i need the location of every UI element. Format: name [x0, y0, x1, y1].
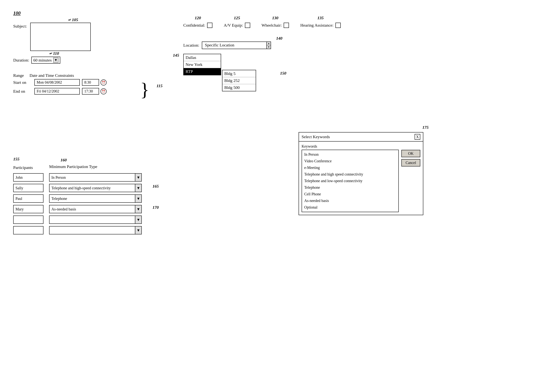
participant-type-1[interactable]	[49, 184, 135, 192]
participant-type-wrap-4: ▼	[49, 216, 142, 224]
start-clock-icon[interactable]: ⏰	[100, 79, 107, 85]
city-list-panel: 145 Dallas New York RTP	[183, 54, 221, 75]
keyword-cell-phone[interactable]: Cell Phone	[302, 191, 398, 197]
dialog-cancel-button[interactable]: Cancel	[401, 159, 420, 166]
building-list[interactable]: Bldg 5 Bldg 252 Bldg 500	[222, 70, 256, 91]
keyword-in-person[interactable]: In Person	[302, 151, 398, 158]
select-keywords-dialog: 175 Select Keywords X Keywords In Person…	[299, 132, 423, 215]
range-section: Range Date and Time Constraints Start on…	[13, 73, 119, 95]
keyword-optional[interactable]: Optional	[302, 204, 398, 211]
participant-name-4[interactable]	[13, 216, 43, 224]
duration-value: 60 minutes	[33, 58, 52, 63]
participant-type-wrap-3: ▼ 170	[49, 205, 142, 213]
keyword-tel-high[interactable]: Telephone and high speed connectivity	[302, 171, 398, 178]
participant-dropdown-3[interactable]: ▼	[135, 205, 142, 213]
ref-145: 145	[173, 53, 179, 58]
ref-155: 155	[13, 157, 19, 162]
dialog-body: Keywords In Person Video Conference e-Me…	[299, 142, 423, 215]
city-list[interactable]: Dallas New York RTP	[183, 54, 221, 75]
ref-105: ↵ 105	[68, 17, 78, 22]
participant-dropdown-1[interactable]: ▼	[135, 184, 142, 192]
date-constraints-label: Date and Time Constraints	[30, 73, 74, 78]
location-spinner[interactable]: ▲ ▼	[266, 42, 271, 49]
main-ref-label: 100	[13, 10, 21, 16]
dialog-titlebar: Select Keywords X	[299, 133, 423, 142]
dialog-close-button[interactable]: X	[415, 134, 420, 140]
ref-130: 130	[272, 15, 278, 20]
range-label: Range	[13, 73, 24, 78]
dialog-buttons: OK Cancel	[401, 144, 420, 212]
participant-type-wrap-5: ▼	[49, 226, 142, 234]
dialog-ok-button[interactable]: OK	[401, 150, 420, 157]
participant-name-1[interactable]	[13, 184, 43, 192]
start-time-wrap: ⏰	[82, 79, 107, 86]
hearing-label: Hearing Assistance:	[300, 23, 333, 28]
ref-150: 150	[280, 71, 286, 76]
participant-name-5[interactable]	[13, 226, 43, 234]
duration-row: Duration: 60 minutes ▼ ↵ 110	[13, 57, 119, 64]
participant-type-4[interactable]	[49, 216, 135, 224]
duration-dropdown-arrow[interactable]: ▼	[53, 58, 59, 63]
building-list-panel: 150 Bldg 5 Bldg 252 Bldg 500	[222, 70, 256, 91]
city-item-rtp[interactable]: RTP	[184, 68, 221, 75]
dialog-title: Select Keywords	[302, 134, 330, 139]
wheelchair-checkbox[interactable]	[284, 23, 289, 28]
ref-110: ↵ 110	[49, 51, 59, 56]
start-label: Start on	[13, 80, 32, 85]
keyword-as-needed[interactable]: As-needed basis	[302, 197, 398, 204]
participant-name-3[interactable]	[13, 205, 43, 213]
col-header-min-type: 160 Minimum Participation Type	[49, 164, 142, 169]
ref-170: 170	[153, 205, 159, 210]
participant-type-wrap-1: ▼ 165	[49, 184, 142, 192]
subject-label: Subject:	[13, 24, 27, 29]
ref-125: 125	[234, 15, 240, 20]
participant-name-2[interactable]	[13, 194, 43, 203]
keyword-e-meeting[interactable]: e-Meeting	[302, 164, 398, 171]
participant-type-5[interactable]	[49, 226, 135, 234]
participant-dropdown-0[interactable]: ▼	[135, 173, 142, 181]
participant-name-0[interactable]	[13, 173, 43, 181]
bldg-item-252[interactable]: Bldg 252	[223, 77, 256, 84]
brace-115: }	[140, 80, 149, 99]
av-equip-group: 125 A/V Equip:	[224, 23, 250, 28]
end-time-input[interactable]	[82, 88, 99, 95]
participant-dropdown-4[interactable]: ▼	[135, 216, 142, 224]
subject-input[interactable]	[30, 23, 91, 51]
participant-dropdown-2[interactable]: ▼	[135, 194, 142, 203]
duration-label: Duration:	[13, 58, 29, 63]
confidential-checkbox[interactable]	[207, 23, 212, 28]
duration-select[interactable]: 60 minutes ▼	[31, 57, 60, 64]
spinner-up-icon[interactable]: ▲	[267, 42, 271, 45]
ref-140: 140	[276, 36, 282, 41]
hearing-checkbox[interactable]	[335, 23, 341, 28]
participant-type-3[interactable]	[49, 205, 135, 213]
end-clock-icon[interactable]: ⏰	[100, 88, 107, 94]
wheelchair-label: Wheelchair:	[261, 23, 282, 28]
bldg-item-5[interactable]: Bldg 5	[223, 70, 256, 77]
keyword-telephone[interactable]: Telephone	[302, 184, 398, 191]
keywords-panel: Keywords In Person Video Conference e-Me…	[302, 144, 399, 212]
city-item-newyork[interactable]: New York	[184, 61, 221, 68]
participant-type-0[interactable]	[49, 173, 135, 181]
participants-panel: 155 Participants 160 Minimum Participati…	[13, 164, 142, 234]
start-date-input[interactable]: Mon 04/08/2002	[34, 79, 80, 86]
confidential-label: Confidential:	[183, 23, 205, 28]
participant-type-wrap-2: ▼	[49, 194, 142, 203]
start-time-input[interactable]	[82, 79, 99, 86]
subject-row: Subject: ↵ 105	[13, 23, 119, 51]
ref-175: 175	[422, 125, 429, 130]
participant-type-2[interactable]	[49, 194, 135, 203]
keyword-tel-low[interactable]: Telephone and low-speed connectivity	[302, 178, 398, 184]
ref-165: 165	[153, 184, 159, 189]
end-date-input[interactable]: Fri 04/12/2002	[34, 88, 80, 95]
location-select[interactable]: Specific Location ▲ ▼	[202, 42, 271, 49]
bldg-item-500[interactable]: Bldg 500	[223, 84, 256, 91]
keyword-video-conference[interactable]: Video Conference	[302, 158, 398, 164]
location-row: Location: Specific Location ▲ ▼ 140	[183, 42, 271, 49]
av-equip-checkbox[interactable]	[245, 23, 250, 28]
right-panel-top: 120 Confidential: 125 A/V Equip: 130 Whe…	[183, 23, 341, 28]
participant-dropdown-5[interactable]: ▼	[135, 226, 142, 234]
city-item-dallas[interactable]: Dallas	[184, 54, 221, 61]
end-time-wrap: ⏰	[82, 88, 107, 95]
spinner-down-icon[interactable]: ▼	[267, 45, 271, 49]
